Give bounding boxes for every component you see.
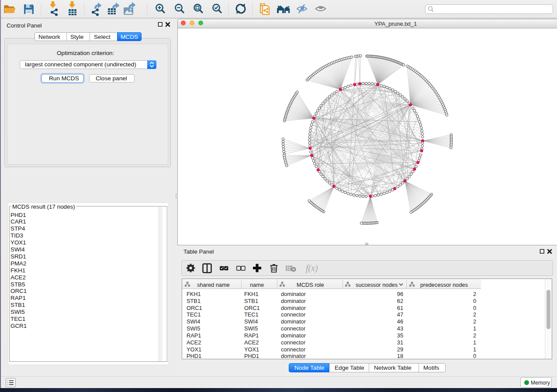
svg-text:f(x): f(x): [306, 263, 318, 273]
